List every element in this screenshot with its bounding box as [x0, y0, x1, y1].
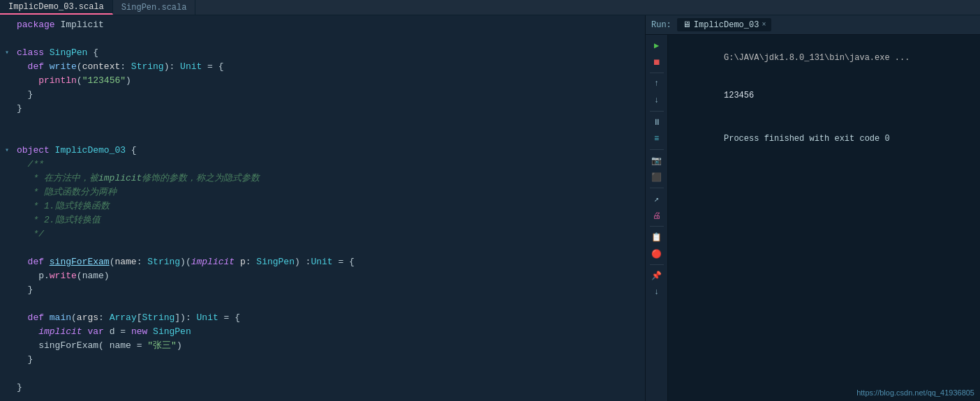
token: String — [147, 257, 180, 267]
output-number-line: 123456 — [674, 77, 974, 114]
record-button[interactable]: 🔴 — [648, 246, 666, 262]
line-content: singForExam( name = "张三") — [14, 339, 645, 353]
line-content — [14, 241, 645, 255]
code-line — [0, 32, 645, 46]
down-button[interactable]: ↓ — [648, 93, 666, 108]
tab-implicdemo[interactable]: ImplicDemo_03.scala — [0, 0, 113, 15]
token: var — [87, 326, 103, 337]
tool-separator — [650, 73, 664, 73]
token: [ — [137, 312, 142, 323]
token: object — [17, 145, 55, 156]
token: "123456" — [82, 75, 126, 86]
run-tab[interactable]: 🖥 ImplicDemo_03 × — [677, 18, 772, 31]
line-content: implicit var d = new SingPen — [14, 325, 645, 339]
code-line — [0, 297, 645, 311]
token: = { — [218, 312, 240, 323]
list-button[interactable]: 📋 — [648, 229, 666, 245]
token: SingPen — [153, 326, 191, 337]
token: def — [17, 61, 50, 72]
output-process: Process finished with exit code 0 — [724, 134, 890, 144]
stop-button[interactable]: ⏹ — [648, 54, 666, 70]
token: String — [142, 312, 175, 323]
code-editor[interactable]: package Implicit ▾class SingPen { def wr… — [0, 15, 645, 401]
token: ( — [77, 75, 82, 86]
tool-separator — [650, 111, 664, 112]
line-content: } — [14, 102, 645, 116]
line-content: * 2.隐式转换值 — [14, 213, 645, 227]
line-content: p.write(name) — [14, 269, 645, 283]
token: } — [17, 354, 33, 365]
code-line: * 2.隐式转换值 — [0, 213, 645, 227]
code-line: * 隐式函数分为两种 — [0, 186, 645, 199]
code-line — [0, 116, 645, 130]
tab-label: SingPen.scala — [121, 3, 187, 13]
code-line: package Implicit — [0, 18, 645, 32]
token: implicit — [38, 326, 82, 337]
main-layout: package Implicit ▾class SingPen { def wr… — [0, 15, 980, 401]
token: Array — [110, 312, 137, 323]
code-line: singForExam( name = "张三") — [0, 339, 645, 353]
tool-separator — [650, 264, 664, 265]
token: SingPen — [256, 257, 295, 267]
print-button[interactable]: 🖨 — [648, 208, 666, 223]
token: Unit — [197, 312, 218, 323]
line-gutter: ▾ — [0, 46, 14, 60]
token: { — [126, 145, 137, 156]
token: ) : — [295, 257, 311, 267]
tab-singpen[interactable]: SingPen.scala — [113, 0, 196, 15]
line-content: def write(context: String): Unit = { — [14, 60, 645, 74]
code-line: println("123456") — [0, 74, 645, 88]
token: "张三" — [147, 340, 177, 351]
screenshot-button[interactable]: 📷 — [648, 153, 666, 168]
token: : — [98, 312, 110, 323]
code-line: } — [0, 353, 645, 367]
token: ( — [77, 61, 82, 72]
token: def — [17, 257, 50, 267]
code-line: * 在方法中，被implicit修饰的参数，称之为隐式参数 — [0, 172, 645, 186]
code-line: def main(args: Array[String]): Unit = { — [0, 311, 645, 325]
run-header: Run: 🖥 ImplicDemo_03 × — [646, 15, 980, 35]
token: String — [131, 61, 164, 72]
token: * 隐式函数分为两种 — [17, 187, 117, 197]
output-path-line: G:\JAVA\jdk1.8.0_131\bin\java.exe ... — [674, 39, 974, 77]
token: ( name = — [98, 340, 147, 351]
tab-label: ImplicDemo_03.scala — [8, 2, 104, 12]
line-content: * 在方法中，被implicit修饰的参数，称之为隐式参数 — [14, 172, 645, 186]
line-content: } — [14, 353, 645, 367]
token: * 在方法中，被 — [17, 173, 98, 183]
tool-separator — [650, 188, 664, 188]
token: * 2.隐式转换值 — [17, 215, 101, 225]
line-content: def singForExam(name: String)(implicit p… — [14, 255, 645, 269]
token: { — [87, 47, 98, 58]
expand-button[interactable]: ↓ — [648, 285, 666, 300]
token: write — [50, 271, 77, 281]
close-icon[interactable]: × — [762, 21, 766, 29]
run-button[interactable]: ▶ — [648, 38, 666, 53]
token: )( — [180, 257, 191, 267]
token — [235, 257, 240, 267]
token: write — [50, 61, 77, 72]
token: new — [131, 326, 147, 337]
token: package — [17, 20, 60, 30]
token — [147, 326, 153, 337]
token: ( — [71, 312, 77, 323]
token: singForExam — [38, 340, 98, 351]
pin-button[interactable]: 📌 — [648, 268, 666, 283]
token: ) — [126, 75, 131, 86]
pause-button[interactable]: ⏸ — [648, 114, 666, 130]
line-content: } — [14, 88, 645, 102]
up-button[interactable]: ↑ — [648, 76, 666, 91]
line-content: println("123456") — [14, 74, 645, 88]
line-content: object ImplicDemo_03 { — [14, 144, 645, 158]
token: implicit — [191, 257, 235, 267]
token: name — [114, 257, 136, 267]
token: context — [82, 61, 121, 72]
run-label: Run: — [651, 20, 671, 30]
square-button[interactable]: ⬛ — [648, 169, 666, 185]
watermark: https://blog.csdn.net/qq_41936805 — [856, 388, 974, 397]
token: 修饰的参数，称之为隐式参数 — [142, 173, 260, 183]
token: } — [17, 103, 22, 114]
token: Unit — [311, 257, 332, 267]
export-button[interactable]: ↗ — [648, 191, 666, 206]
console-button[interactable]: ≡ — [648, 131, 666, 146]
